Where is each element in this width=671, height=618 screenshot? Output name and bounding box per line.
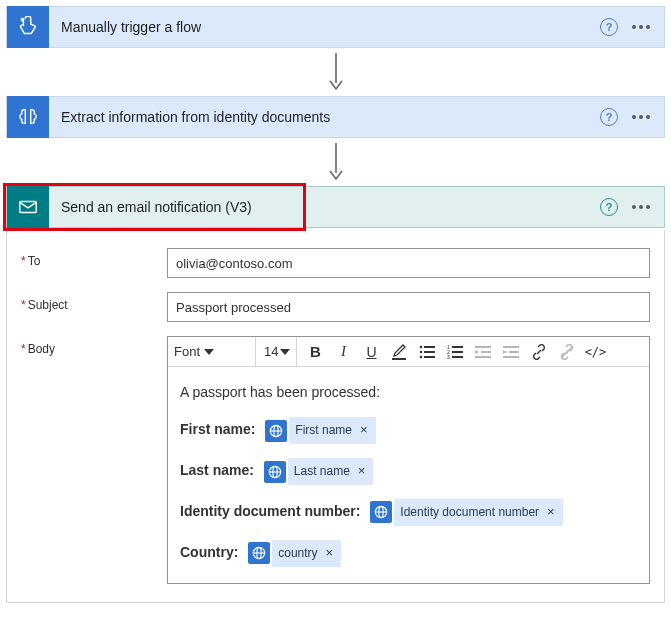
- remove-token-icon[interactable]: ×: [360, 420, 368, 441]
- step-trigger-header[interactable]: Manually trigger a flow ?: [6, 6, 665, 48]
- svg-rect-14: [452, 351, 463, 353]
- svg-rect-16: [452, 356, 463, 358]
- step-title: Manually trigger a flow: [49, 19, 600, 35]
- body-content[interactable]: A passport has been processed: First nam…: [168, 367, 649, 583]
- connector-arrow: [6, 140, 665, 186]
- svg-rect-10: [424, 356, 435, 358]
- code-view-button[interactable]: </>: [585, 342, 605, 362]
- dynamic-content-icon: [265, 420, 287, 442]
- first-name-token[interactable]: First name ×: [289, 417, 375, 444]
- more-menu-icon[interactable]: [632, 25, 650, 29]
- step-email-header[interactable]: Send an email notification (V3) ?: [6, 186, 665, 228]
- svg-point-7: [420, 350, 423, 353]
- font-selector[interactable]: Font: [174, 337, 256, 366]
- more-menu-icon[interactable]: [632, 115, 650, 119]
- svg-point-5: [420, 345, 423, 348]
- svg-rect-12: [452, 346, 463, 348]
- editor-toolbar: Font 14 B I U: [168, 337, 649, 367]
- body-intro: A passport has been processed:: [180, 381, 637, 403]
- svg-text:3: 3: [447, 354, 450, 359]
- to-label: *To: [21, 248, 167, 268]
- font-size-selector[interactable]: 14: [264, 337, 297, 366]
- svg-rect-4: [392, 358, 406, 360]
- remove-token-icon[interactable]: ×: [326, 543, 334, 564]
- remove-token-icon[interactable]: ×: [547, 502, 555, 523]
- dynamic-content-icon: [248, 542, 270, 564]
- unlink-button[interactable]: [557, 342, 577, 362]
- outdent-button[interactable]: [473, 342, 493, 362]
- svg-rect-6: [424, 346, 435, 348]
- svg-rect-18: [481, 351, 491, 353]
- chevron-down-icon: [204, 349, 214, 355]
- font-label: Font: [174, 344, 200, 359]
- brain-icon: [7, 96, 49, 138]
- mail-icon: [7, 186, 49, 228]
- numbered-list-button[interactable]: 123: [445, 342, 465, 362]
- dynamic-content-icon: [264, 461, 286, 483]
- svg-rect-8: [424, 351, 435, 353]
- doc-number-label: Identity document number:: [180, 503, 360, 519]
- bulleted-list-button[interactable]: [417, 342, 437, 362]
- svg-point-9: [420, 355, 423, 358]
- more-menu-icon[interactable]: [632, 205, 650, 209]
- color-picker-button[interactable]: [389, 342, 409, 362]
- svg-point-0: [21, 18, 25, 22]
- step-extract-header[interactable]: Extract information from identity docume…: [6, 96, 665, 138]
- step-title: Extract information from identity docume…: [49, 109, 600, 125]
- bold-button[interactable]: B: [305, 342, 325, 362]
- country-token[interactable]: country ×: [272, 540, 341, 567]
- body-editor: Font 14 B I U: [167, 336, 650, 584]
- dynamic-content-icon: [370, 501, 392, 523]
- svg-rect-3: [20, 202, 37, 213]
- svg-rect-17: [475, 346, 491, 348]
- help-icon[interactable]: ?: [600, 198, 618, 216]
- last-name-token[interactable]: Last name ×: [288, 458, 374, 485]
- svg-rect-22: [503, 356, 519, 358]
- svg-rect-21: [509, 351, 519, 353]
- touch-icon: [7, 6, 49, 48]
- doc-number-token[interactable]: Identity document number ×: [394, 499, 562, 526]
- first-name-label: First name:: [180, 422, 255, 438]
- subject-input[interactable]: [167, 292, 650, 322]
- email-detail-panel: *To *Subject *Body Font: [6, 230, 665, 603]
- underline-button[interactable]: U: [361, 342, 381, 362]
- to-input[interactable]: [167, 248, 650, 278]
- connector-arrow: [6, 50, 665, 96]
- size-label: 14: [264, 344, 278, 359]
- help-icon[interactable]: ?: [600, 18, 618, 36]
- subject-label: *Subject: [21, 292, 167, 312]
- chevron-down-icon: [280, 349, 290, 355]
- svg-rect-19: [475, 356, 491, 358]
- link-button[interactable]: [529, 342, 549, 362]
- body-label: *Body: [21, 336, 167, 356]
- svg-line-23: [561, 346, 573, 358]
- remove-token-icon[interactable]: ×: [358, 461, 366, 482]
- indent-button[interactable]: [501, 342, 521, 362]
- country-label: Country:: [180, 544, 238, 560]
- italic-button[interactable]: I: [333, 342, 353, 362]
- help-icon[interactable]: ?: [600, 108, 618, 126]
- svg-rect-20: [503, 346, 519, 348]
- last-name-label: Last name:: [180, 462, 254, 478]
- step-title: Send an email notification (V3): [49, 199, 600, 215]
